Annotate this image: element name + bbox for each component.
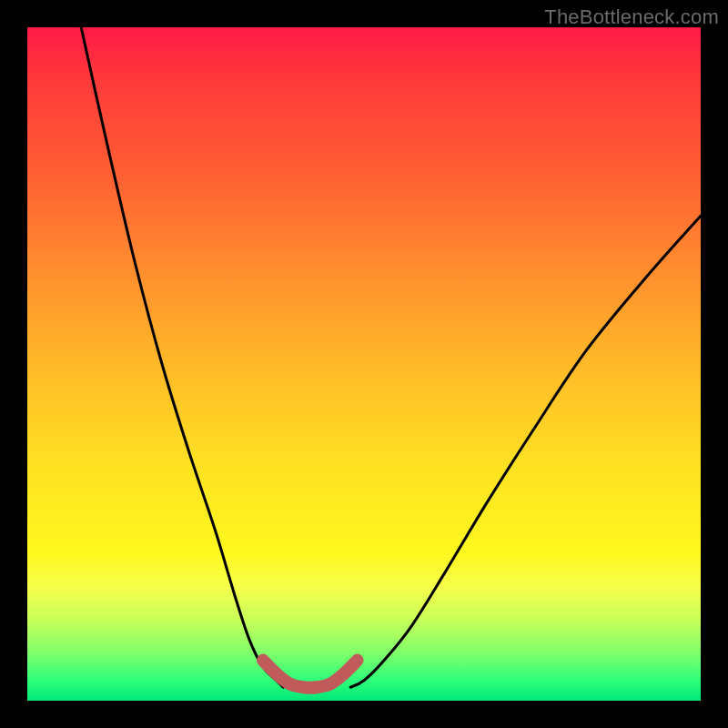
chart-frame: TheBottleneck.com (0, 0, 728, 728)
left-curve (81, 27, 283, 687)
right-curve (350, 216, 701, 687)
valley-highlight (263, 661, 358, 688)
curve-layer (27, 27, 701, 701)
plot-area (27, 27, 701, 701)
watermark-text: TheBottleneck.com (544, 5, 719, 29)
